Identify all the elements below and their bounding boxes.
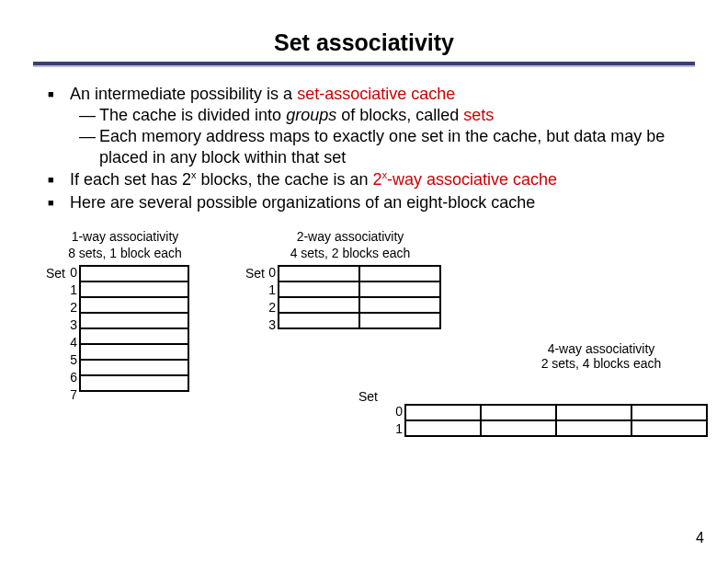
slide-title: Set associativity [33, 29, 695, 56]
row-labels: 0 1 2 3 [259, 265, 276, 335]
diagram-1way: 1-way associativity 8 sets, 1 block each… [42, 229, 208, 405]
cache-block [279, 267, 360, 282]
bullet-3: Here are several possible organizations … [53, 192, 695, 213]
caption: 2-way associativity 4 sets, 2 blocks eac… [249, 229, 451, 261]
diagram-2way: 2-way associativity 4 sets, 2 blocks eac… [249, 229, 451, 335]
text: blocks, the cache is an [197, 170, 373, 189]
cache-block [406, 406, 482, 421]
text: The cache is divided into [99, 106, 286, 124]
cache-block [279, 298, 360, 314]
sub-list-1: The cache is divided into groups of bloc… [70, 105, 695, 168]
row-label: 1 [61, 282, 77, 300]
bullet-list: An intermediate possibility is a set-ass… [33, 84, 695, 213]
diagram-4way: 4-way associativity 2 sets, 4 blocks eac… [346, 367, 686, 439]
cache-block [360, 298, 441, 314]
cache-block [360, 267, 441, 282]
cache-block [632, 406, 708, 421]
cache-block [482, 406, 557, 421]
row-labels: 0 1 [386, 404, 403, 439]
cache-block [632, 421, 708, 437]
cache-block [81, 314, 189, 329]
text: of blocks, called [336, 106, 463, 124]
caption-line2: 4 sets, 2 blocks each [290, 246, 411, 260]
cache-block [279, 314, 360, 329]
term: set-associative cache [297, 85, 455, 103]
row-labels: 0 1 2 3 4 5 6 7 [61, 265, 77, 405]
text: If each set has 2 [70, 170, 191, 189]
cache-block [81, 298, 189, 314]
cache-block [279, 282, 360, 298]
row-label: 4 [61, 335, 77, 352]
caption-line2: 8 sets, 1 block each [68, 246, 182, 260]
term: sets [463, 106, 494, 124]
row-label: 5 [61, 352, 77, 370]
row-label: 0 [61, 265, 77, 282]
cache-block [482, 421, 557, 437]
text: -way associative cache [387, 170, 557, 189]
row-label: 2 [61, 300, 77, 317]
cache-block [81, 267, 189, 282]
text: 2 [373, 170, 382, 189]
sub-1a: The cache is divided into groups of bloc… [79, 105, 695, 126]
row-label: 3 [61, 317, 77, 335]
cache-block [81, 329, 189, 345]
row-label: 3 [259, 317, 276, 335]
cache-grid [404, 404, 708, 437]
row-label: 7 [61, 387, 77, 405]
cache-grid [79, 265, 189, 392]
caption: 1-way associativity 8 sets, 1 block each [42, 229, 208, 261]
sub-1b: Each memory address maps to exactly one … [79, 126, 695, 167]
cache-block [406, 421, 482, 437]
caption-line1: 2-way associativity [297, 229, 404, 244]
bullet-2: If each set has 2x blocks, the cache is … [53, 169, 695, 190]
cache-block [81, 282, 189, 298]
caption-line1: 4-way associativity [548, 341, 655, 356]
cache-block [81, 361, 189, 376]
cache-block [557, 421, 632, 437]
em: groups [286, 106, 336, 124]
cache-block [360, 282, 441, 298]
cache-block [360, 314, 441, 329]
row-label: 6 [61, 370, 77, 387]
row-label: 1 [386, 421, 403, 439]
cache-grid [278, 265, 441, 329]
row-label: 0 [259, 265, 276, 282]
title-rule [33, 62, 695, 67]
diagrams-area: 1-way associativity 8 sets, 1 block each… [33, 229, 695, 468]
bullet-1: An intermediate possibility is a set-ass… [53, 84, 695, 167]
row-label: 2 [259, 300, 276, 317]
slide: Set associativity An intermediate possib… [0, 0, 728, 468]
text: An intermediate possibility is a [70, 85, 297, 103]
cache-block [81, 376, 189, 392]
term: 2x-way associative cache [373, 170, 558, 189]
row-label: 1 [259, 282, 276, 300]
row-label: 0 [386, 404, 403, 421]
caption-line1: 1-way associativity [72, 229, 179, 244]
cache-block [81, 345, 189, 361]
page-number: 4 [696, 530, 704, 546]
cache-block [557, 406, 632, 421]
